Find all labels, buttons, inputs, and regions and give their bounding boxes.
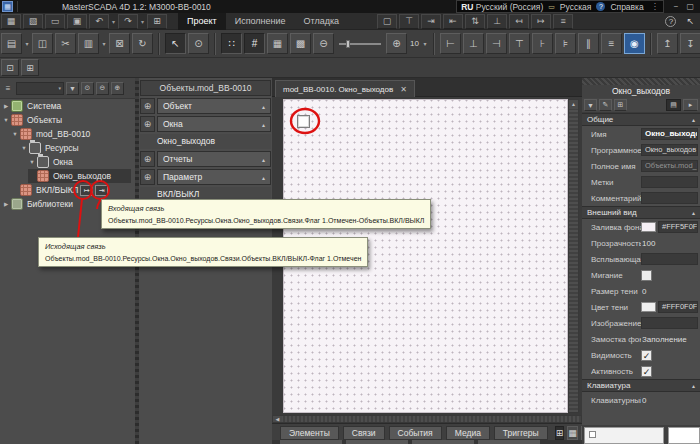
grid-toggle-button[interactable]: ∷	[221, 33, 242, 54]
section-object-button[interactable]: Объект▴	[157, 98, 271, 114]
anchor-b-button[interactable]: ⊞	[21, 59, 39, 76]
distribute-h-button[interactable]: ∥	[578, 33, 599, 54]
view-list-icon[interactable]: ▤	[666, 99, 681, 111]
expander-icon[interactable]: ▼	[11, 131, 19, 137]
grid-view-medium-icon[interactable]: ▦	[567, 426, 578, 440]
tab-runtime[interactable]: Исполнение	[226, 13, 295, 30]
collapse-icon[interactable]: ▴	[262, 103, 265, 110]
grid-size-button[interactable]: ▩	[290, 33, 311, 54]
blink-checkbox[interactable]	[641, 270, 652, 281]
tree-item-objects[interactable]: ▼ Объекты	[0, 113, 135, 127]
export-button[interactable]: ⊞	[147, 14, 167, 29]
add-icon[interactable]: ⊕	[140, 151, 155, 167]
collapse-icon[interactable]: ▴	[262, 156, 265, 163]
align-right-button[interactable]: ⊣	[486, 33, 507, 54]
tab-elements[interactable]: Элементы	[280, 426, 339, 440]
duplicate-button[interactable]: ⊠	[109, 33, 130, 54]
tab-media[interactable]: Медиа	[446, 426, 490, 440]
scroll-left-icon[interactable]: ◀	[273, 416, 282, 422]
filter-edit-icon[interactable]: ✎	[599, 99, 612, 111]
comment-field[interactable]	[641, 192, 698, 204]
preview-button[interactable]: ◉	[624, 33, 645, 54]
dock-top-button[interactable]: ⊤	[399, 14, 419, 29]
save-button[interactable]: ▣	[67, 14, 87, 29]
align-top-button[interactable]: ⊤	[509, 33, 530, 54]
palette-button[interactable]: ▦	[1, 14, 21, 29]
align-bottom-button[interactable]: ⊧	[555, 33, 576, 54]
outgoing-link-badge[interactable]: ↦	[80, 185, 93, 196]
frame-tool-button[interactable]: ▢	[377, 14, 397, 29]
item-window-outputs[interactable]: Окно_выходов	[140, 134, 271, 149]
undo-dropdown[interactable]: ▾	[110, 14, 117, 29]
keyboard-index-field[interactable]: 0	[641, 396, 698, 405]
copy-button[interactable]: ◫	[32, 33, 53, 54]
align-left-button[interactable]: ⊢	[440, 33, 461, 54]
dock-split-button[interactable]: ⇅	[465, 14, 485, 29]
incoming-link-badge[interactable]: ⇥	[95, 185, 108, 196]
send-to-back-button[interactable]: ↧	[680, 33, 700, 54]
shadow-color-swatch[interactable]	[641, 302, 656, 312]
undo-button[interactable]: ↶	[89, 14, 109, 29]
paste-button[interactable]: ▤	[1, 33, 22, 54]
section-keyboard[interactable]: Клавиатура▴	[582, 379, 700, 392]
zoom-dropdown[interactable]: ▾	[421, 33, 429, 54]
tags-field[interactable]	[641, 176, 698, 188]
dock-bottom-button[interactable]: ⊥	[487, 14, 507, 29]
help-circle-icon[interactable]: ?	[665, 16, 676, 27]
align-center-h-button[interactable]: ⊦	[532, 33, 553, 54]
activity-checkbox[interactable]: ✓	[641, 366, 652, 377]
restore-button[interactable]: ▢	[686, 2, 694, 11]
tree-filter-combo[interactable]: ▾	[16, 82, 64, 95]
pin-left-button[interactable]: ↤	[509, 14, 529, 29]
fill-color-swatch[interactable]	[641, 222, 656, 232]
tree-item-system[interactable]: ▶ Система	[0, 99, 135, 113]
search-next-icon[interactable]: ⊕	[111, 82, 124, 95]
palette-preview-card[interactable]	[584, 427, 664, 444]
collapse-icon[interactable]: ▴	[262, 121, 265, 128]
open-project-button[interactable]: ▧	[23, 14, 43, 29]
keyboard-layout[interactable]: Русская	[560, 2, 592, 12]
panel-grip[interactable]	[582, 78, 700, 85]
list-view-button[interactable]: ≡	[553, 14, 573, 29]
paste-special-button[interactable]: ▥	[78, 33, 99, 54]
zoom-slider-thumb[interactable]	[346, 40, 350, 48]
search-prev-icon[interactable]: ⊖	[96, 82, 109, 95]
name-field[interactable]: Окно_выходов	[641, 128, 698, 140]
zoom-tool-button[interactable]: ⊙	[188, 33, 209, 54]
shadow-color-field[interactable]: #FFF0F0F0	[658, 301, 698, 313]
flag-element[interactable]	[297, 115, 310, 128]
tree-item-windows[interactable]: ▼ Окна	[0, 155, 135, 169]
props-grid-icon[interactable]: ⊞	[614, 99, 627, 111]
folder-button[interactable]: ▭	[45, 14, 65, 29]
redo-button[interactable]: ↷	[118, 14, 138, 29]
image-field[interactable]	[641, 317, 698, 329]
close-icon[interactable]: ✕	[400, 85, 407, 94]
bring-to-front-button[interactable]: ↥	[657, 33, 678, 54]
language-selector[interactable]: RU Русский (Россия)	[461, 2, 543, 12]
add-icon[interactable]: ⊕	[140, 169, 155, 185]
tree-item-resources[interactable]: ▼ Ресурсы	[0, 141, 135, 155]
dock-in-button[interactable]: ⇥	[421, 14, 441, 29]
tab-triggers[interactable]: Триггеры	[494, 426, 548, 440]
section-appearance[interactable]: Внешний вид▴	[582, 206, 700, 219]
filter-icon[interactable]: ▼	[584, 99, 597, 111]
redo-dropdown[interactable]: ▾	[139, 14, 146, 29]
snap-toggle-button[interactable]: #	[244, 33, 265, 54]
tiling-field[interactable]: Заполнение	[641, 335, 698, 344]
dock-out-button[interactable]: ⇤	[443, 14, 463, 29]
rotate-copy-button[interactable]: ↻	[132, 33, 153, 54]
section-reports-button[interactable]: Отчеты▴	[157, 151, 271, 167]
expander-icon[interactable]: ▼	[20, 145, 28, 151]
expander-icon[interactable]: ▶	[2, 103, 10, 109]
tree-item-window-outputs[interactable]: Окно_выходов	[0, 169, 135, 183]
section-windows-button[interactable]: Окна▴	[157, 116, 271, 132]
palette-preview-card[interactable]	[668, 427, 700, 444]
overflow-dots-icon[interactable]: ⋮	[651, 2, 659, 11]
expander-icon[interactable]: ▼	[28, 159, 36, 165]
tab-events[interactable]: События	[389, 426, 442, 440]
help-menu[interactable]: Справка	[610, 2, 643, 12]
shadow-size-field[interactable]: 0	[641, 287, 698, 296]
tree-item-module[interactable]: ▼ mod_BB-0010	[0, 127, 135, 141]
align-center-v-button[interactable]: ⊥	[463, 33, 484, 54]
add-icon[interactable]: ⊕	[140, 98, 155, 114]
